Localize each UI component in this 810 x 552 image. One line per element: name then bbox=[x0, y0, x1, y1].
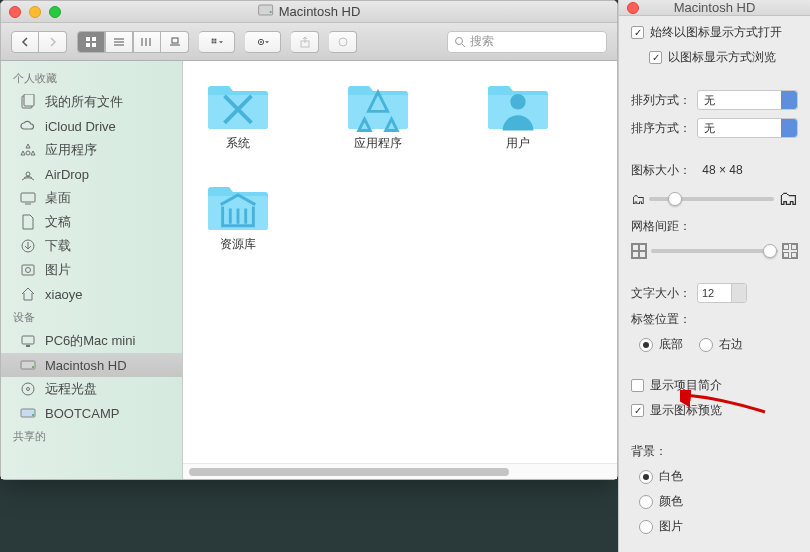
close-button[interactable] bbox=[9, 6, 21, 18]
sidebar-item-label: 桌面 bbox=[45, 189, 71, 207]
show-item-info-checkbox[interactable] bbox=[631, 379, 644, 392]
sidebar-favorites-header: 个人收藏 bbox=[1, 67, 182, 90]
label-pos-label: 标签位置： bbox=[631, 312, 691, 326]
window-title-text: Macintosh HD bbox=[279, 4, 361, 19]
sidebar-item-BOOTCAMP[interactable]: BOOTCAMP bbox=[1, 401, 182, 425]
sidebar-item-downloads[interactable]: 下载 bbox=[1, 234, 182, 258]
show-icon-preview-checkbox[interactable] bbox=[631, 404, 644, 417]
window-title: Macintosh HD bbox=[258, 2, 361, 21]
sidebar-item-label: xiaoye bbox=[45, 287, 83, 302]
sidebar-item-documents[interactable]: 文稿 bbox=[1, 210, 182, 234]
label-right-text: 右边 bbox=[719, 336, 743, 353]
tags-button[interactable] bbox=[329, 31, 357, 53]
grid-spacing-label: 网格间距： bbox=[631, 219, 691, 233]
airdrop-icon bbox=[19, 165, 37, 183]
action-button[interactable] bbox=[245, 31, 281, 53]
sidebar-item-远程光盘[interactable]: 远程光盘 bbox=[1, 377, 182, 401]
folder-icon bbox=[486, 81, 550, 131]
icon-size-slider[interactable] bbox=[649, 197, 774, 201]
back-button[interactable] bbox=[11, 31, 39, 53]
options-close-button[interactable] bbox=[627, 2, 639, 14]
svg-rect-17 bbox=[24, 94, 34, 106]
svg-point-27 bbox=[32, 366, 34, 368]
sidebar-item-label: iCloud Drive bbox=[45, 119, 116, 134]
always-icon-checkbox[interactable] bbox=[631, 26, 644, 39]
sidebar-item-Macintosh HD[interactable]: Macintosh HD bbox=[1, 353, 182, 377]
sidebar-item-PC6的Mac mini[interactable]: PC6的Mac mini bbox=[1, 329, 182, 353]
bg-white-label: 白色 bbox=[659, 468, 683, 485]
horizontal-scrollbar[interactable] bbox=[183, 463, 617, 479]
hdd-icon bbox=[258, 2, 274, 21]
options-body: 始终以图标显示方式打开 以图标显示方式浏览 排列方式： 无 排序方式： 无 图标… bbox=[619, 16, 810, 543]
icon-size-label: 图标大小： bbox=[631, 163, 691, 177]
sidebar-item-airdrop[interactable]: AirDrop bbox=[1, 162, 182, 186]
folder-资源库[interactable]: 资源库 bbox=[193, 182, 283, 253]
sidebar-item-all-files[interactable]: 我的所有文件 bbox=[1, 90, 182, 114]
search-input[interactable]: 搜索 bbox=[447, 31, 607, 53]
bg-picture-label: 图片 bbox=[659, 518, 683, 535]
content-area: 系统应用程序用户资源库 bbox=[183, 61, 617, 479]
arrange-group bbox=[199, 31, 235, 53]
hdd2-icon bbox=[19, 404, 37, 422]
coverflow-view-button[interactable] bbox=[161, 31, 189, 53]
grid-spacing-slider[interactable] bbox=[651, 249, 778, 253]
minimize-button[interactable] bbox=[29, 6, 41, 18]
toolbar: 搜索 bbox=[1, 23, 617, 61]
downloads-icon bbox=[19, 237, 37, 255]
folder-icon bbox=[206, 81, 270, 131]
sidebar-item-apps[interactable]: 应用程序 bbox=[1, 138, 182, 162]
sidebar-item-cloud[interactable]: iCloud Drive bbox=[1, 114, 182, 138]
list-view-button[interactable] bbox=[105, 31, 133, 53]
folder-用户[interactable]: 用户 bbox=[473, 81, 563, 152]
options-titlebar: Macintosh HD bbox=[619, 0, 810, 16]
svg-point-28 bbox=[22, 383, 34, 395]
svg-rect-7 bbox=[211, 38, 213, 40]
label-bottom-radio[interactable] bbox=[639, 338, 653, 352]
svg-point-32 bbox=[510, 94, 525, 109]
arrange-button[interactable] bbox=[199, 31, 235, 53]
svg-point-29 bbox=[27, 388, 30, 391]
bg-color-radio[interactable] bbox=[639, 495, 653, 509]
zoom-button[interactable] bbox=[49, 6, 61, 18]
small-icon: 🗂 bbox=[631, 191, 645, 207]
icon-view-button[interactable] bbox=[77, 31, 105, 53]
scrollbar-thumb[interactable] bbox=[189, 468, 509, 476]
documents-icon bbox=[19, 213, 37, 231]
label-right-radio[interactable] bbox=[699, 338, 713, 352]
hdd-icon bbox=[19, 356, 37, 374]
folder-系统[interactable]: 系统 bbox=[193, 81, 283, 152]
text-size-stepper[interactable]: 12 bbox=[697, 283, 747, 303]
sidebar-item-desktop[interactable]: 桌面 bbox=[1, 186, 182, 210]
share-button[interactable] bbox=[291, 31, 319, 53]
grid-small-icon bbox=[631, 243, 647, 259]
svg-rect-25 bbox=[26, 345, 30, 347]
sidebar-item-pictures[interactable]: 图片 bbox=[1, 258, 182, 282]
sidebar-item-home[interactable]: xiaoye bbox=[1, 282, 182, 306]
folder-应用程序[interactable]: 应用程序 bbox=[333, 81, 423, 152]
forward-button[interactable] bbox=[39, 31, 67, 53]
svg-rect-5 bbox=[92, 43, 96, 47]
sidebar-item-label: 下载 bbox=[45, 237, 71, 255]
bg-white-radio[interactable] bbox=[639, 470, 653, 484]
order-by-select[interactable]: 无 bbox=[697, 118, 798, 138]
svg-rect-2 bbox=[86, 37, 90, 41]
sort-by-select[interactable]: 无 bbox=[697, 90, 798, 110]
show-item-info-label: 显示项目简介 bbox=[650, 377, 722, 394]
svg-point-1 bbox=[270, 11, 272, 13]
column-view-button[interactable] bbox=[133, 31, 161, 53]
apps-icon bbox=[19, 141, 37, 159]
svg-rect-6 bbox=[172, 38, 178, 43]
action-group bbox=[245, 31, 281, 53]
view-options-panel: Macintosh HD 始终以图标显示方式打开 以图标显示方式浏览 排列方式：… bbox=[618, 0, 810, 552]
svg-rect-9 bbox=[211, 41, 213, 43]
svg-rect-0 bbox=[259, 5, 273, 15]
large-icon: 🗂 bbox=[778, 187, 798, 210]
browse-icon-checkbox[interactable] bbox=[649, 51, 662, 64]
folder-icon bbox=[346, 81, 410, 131]
sidebar-item-label: 图片 bbox=[45, 261, 71, 279]
svg-rect-3 bbox=[92, 37, 96, 41]
sidebar-shared-header: 共享的 bbox=[1, 425, 182, 448]
bg-picture-radio[interactable] bbox=[639, 520, 653, 534]
folder-grid[interactable]: 系统应用程序用户资源库 bbox=[183, 61, 617, 463]
always-icon-label: 始终以图标显示方式打开 bbox=[650, 24, 782, 41]
